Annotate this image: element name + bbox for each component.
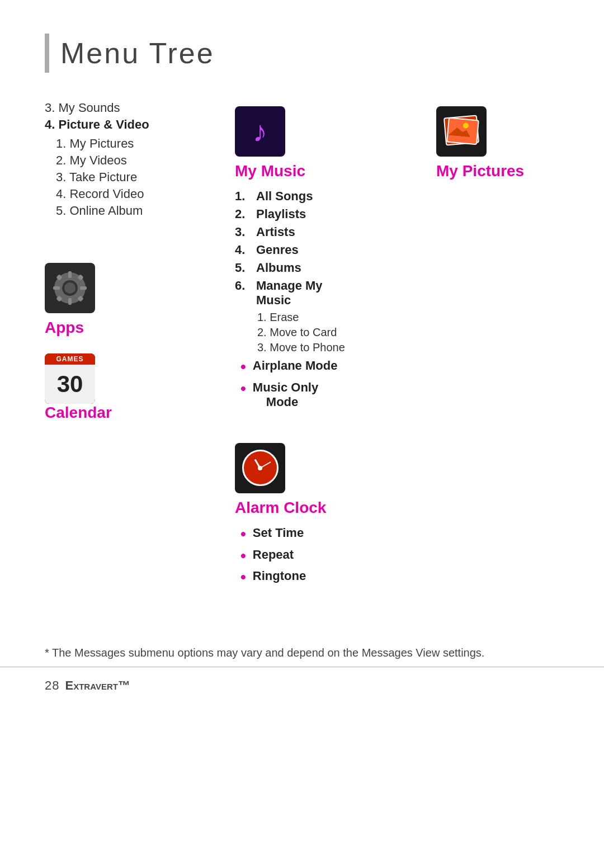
page-number: 28 bbox=[45, 678, 59, 693]
list-item: 3. Move to Phone bbox=[257, 341, 414, 354]
ringtone-item: Ringtone bbox=[240, 569, 414, 586]
list-item: 6.Manage MyMusic bbox=[235, 279, 414, 308]
page-container: Menu Tree 3. My Sounds 4. Picture & Vide… bbox=[0, 0, 604, 704]
calendar-section: GAMES 30 Calendar bbox=[45, 353, 224, 422]
airplane-mode-item: Airplane Mode bbox=[240, 358, 414, 376]
ringtone-label: Ringtone bbox=[253, 569, 306, 583]
music-bullet-list: Airplane Mode Music OnlyMode bbox=[235, 358, 414, 409]
calendar-number: 30 bbox=[57, 372, 83, 396]
list-item: 2. Move to Card bbox=[257, 326, 414, 339]
title-bar-decoration bbox=[45, 34, 49, 73]
my-sounds-item: 3. My Sounds bbox=[45, 101, 224, 115]
list-item: 1.All Songs bbox=[235, 189, 414, 204]
list-item: 2.Playlists bbox=[235, 207, 414, 221]
music-items-list: 1.All Songs 2.Playlists 3.Artists 4.Genr… bbox=[235, 189, 414, 308]
apps-icon-svg bbox=[50, 268, 89, 308]
list-item: 1. Erase bbox=[257, 311, 414, 324]
my-pictures-title: My Pictures bbox=[436, 162, 570, 180]
pictures-icon bbox=[436, 106, 487, 157]
main-layout: 3. My Sounds 4. Picture & Video 1. My Pi… bbox=[45, 101, 559, 591]
music-only-label: Music OnlyMode bbox=[253, 380, 318, 409]
my-music-section: ♪ My Music 1.All Songs 2.Playlists 3.Art… bbox=[235, 106, 414, 409]
list-item: 5. Online Album bbox=[56, 204, 224, 218]
clock-face bbox=[242, 450, 279, 486]
manage-music-sublist: 1. Erase 2. Move to Card 3. Move to Phon… bbox=[235, 311, 414, 354]
picture-video-section: 3. My Sounds 4. Picture & Video 1. My Pi… bbox=[45, 101, 224, 218]
my-music-title: My Music bbox=[235, 162, 414, 180]
pic-card2 bbox=[446, 117, 479, 145]
svg-rect-5 bbox=[80, 286, 87, 290]
list-item: 4. Record Video bbox=[56, 187, 224, 201]
photo-svg bbox=[448, 119, 471, 137]
calendar-icon: GAMES 30 bbox=[45, 353, 95, 404]
alarm-section: Alarm Clock Set Time Repeat Ringtone bbox=[235, 443, 414, 586]
apps-icon bbox=[45, 263, 95, 313]
alarm-icon bbox=[235, 443, 285, 493]
alarm-title: Alarm Clock bbox=[235, 499, 414, 517]
repeat-item: Repeat bbox=[240, 548, 414, 565]
list-item: 3.Artists bbox=[235, 225, 414, 239]
left-column: 3. My Sounds 4. Picture & Video 1. My Pi… bbox=[45, 101, 224, 591]
calendar-icon-header: GAMES bbox=[45, 353, 95, 365]
clock-center bbox=[258, 466, 262, 470]
list-item: 1. My Pictures bbox=[56, 136, 224, 151]
apps-section: Apps bbox=[45, 263, 224, 337]
alarm-items-list: Set Time Repeat Ringtone bbox=[235, 526, 414, 586]
list-item: 5.Albums bbox=[235, 261, 414, 275]
middle-column: ♪ My Music 1.All Songs 2.Playlists 3.Art… bbox=[224, 101, 414, 591]
svg-rect-3 bbox=[68, 298, 72, 305]
list-item: 4.Genres bbox=[235, 243, 414, 257]
page-title: Menu Tree bbox=[45, 34, 559, 73]
svg-rect-4 bbox=[53, 286, 60, 290]
my-pictures-section: My Pictures bbox=[436, 106, 570, 180]
svg-point-10 bbox=[64, 282, 76, 294]
picture-video-item: 4. Picture & Video bbox=[45, 117, 224, 132]
picture-video-sublist: 1. My Pictures 2. My Videos 3. Take Pict… bbox=[45, 136, 224, 218]
airplane-mode-label: Airplane Mode bbox=[253, 358, 338, 373]
calendar-icon-body: 30 bbox=[45, 365, 95, 404]
title-text: Menu Tree bbox=[60, 36, 215, 70]
footer-note: * The Messages submenu options may vary … bbox=[45, 635, 559, 659]
music-note-icon: ♪ bbox=[253, 115, 267, 148]
list-item: 2. My Videos bbox=[56, 153, 224, 168]
apps-title: Apps bbox=[45, 319, 224, 337]
brand-name: Extravert™ bbox=[65, 678, 130, 693]
svg-rect-2 bbox=[68, 271, 72, 278]
calendar-title: Calendar bbox=[45, 404, 224, 422]
set-time-label: Set Time bbox=[253, 526, 304, 540]
right-column: My Pictures bbox=[414, 101, 570, 591]
footer-bar: 28 Extravert™ bbox=[0, 667, 604, 704]
repeat-label: Repeat bbox=[253, 548, 294, 562]
music-icon: ♪ bbox=[235, 106, 285, 157]
set-time-item: Set Time bbox=[240, 526, 414, 543]
footer-note-text: * The Messages submenu options may vary … bbox=[45, 647, 484, 659]
music-only-item: Music OnlyMode bbox=[240, 380, 414, 409]
list-item: 3. Take Picture bbox=[56, 170, 224, 185]
